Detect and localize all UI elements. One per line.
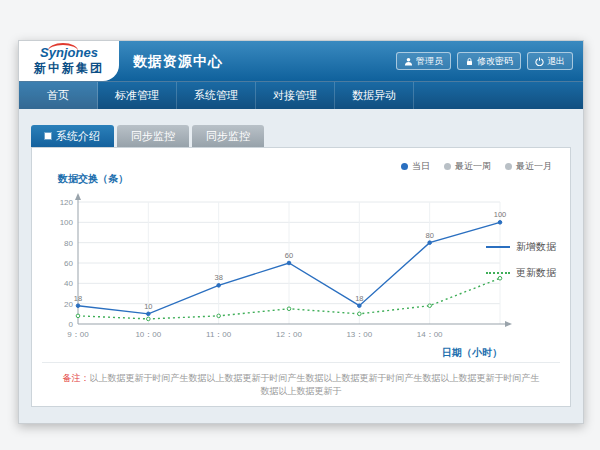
svg-text:18: 18 <box>74 294 82 303</box>
svg-text:18: 18 <box>355 294 363 303</box>
tab-sync-monitor-1-label: 同步监控 <box>131 125 175 147</box>
app-window: Synjones 新中新集团 数据资源中心 管理员 修改密码 <box>18 40 584 424</box>
remark-text: 备注：以上数据更新于时间产生数据以上数据更新于时间产生数据以上数据更新于时间产生… <box>32 372 570 398</box>
main-nav: 首页 标准管理 系统管理 对接管理 数据异动 <box>19 81 583 109</box>
svg-text:100: 100 <box>494 210 507 219</box>
svg-text:38: 38 <box>214 273 222 282</box>
nav-item-home[interactable]: 首页 <box>19 82 98 109</box>
legend-today[interactable]: 当日 <box>401 160 430 173</box>
logout-button-label: 退出 <box>547 55 565 68</box>
series-legend: 新增数据 更新数据 <box>486 240 556 292</box>
logo-text-en: Synjones <box>40 46 98 59</box>
svg-text:60: 60 <box>64 259 73 268</box>
series-legend-new-data[interactable]: 新增数据 <box>486 240 556 254</box>
legend-today-dot-icon <box>401 163 408 170</box>
green-dotted-line-sample-icon <box>486 272 510 274</box>
app-header: Synjones 新中新集团 数据资源中心 管理员 修改密码 <box>19 41 583 81</box>
change-password-button[interactable]: 修改密码 <box>457 52 521 70</box>
svg-text:10：00: 10：00 <box>135 330 161 339</box>
change-password-button-label: 修改密码 <box>477 55 513 68</box>
svg-text:60: 60 <box>285 251 293 260</box>
series-new-data-label: 新增数据 <box>516 240 556 254</box>
admin-button-label: 管理员 <box>416 55 443 68</box>
legend-last-month-label: 最近一月 <box>516 160 552 173</box>
tab-sync-monitor-2[interactable]: 同步监控 <box>192 125 264 147</box>
x-axis-label: 日期（小时） <box>32 346 502 360</box>
nav-item-standard-mgmt[interactable]: 标准管理 <box>98 82 177 109</box>
content-area: 系统介绍 同步监控 同步监控 当日 最近一周 <box>19 109 583 423</box>
svg-text:11：00: 11：00 <box>206 330 232 339</box>
y-axis-label: 数据交换（条） <box>58 172 128 186</box>
nav-item-system-mgmt[interactable]: 系统管理 <box>177 82 256 109</box>
legend-last-week[interactable]: 最近一周 <box>444 160 491 173</box>
svg-text:80: 80 <box>64 239 73 248</box>
blue-line-sample-icon <box>486 246 510 248</box>
svg-text:20: 20 <box>64 300 73 309</box>
svg-text:0: 0 <box>69 320 74 329</box>
svg-text:12：00: 12：00 <box>276 330 302 339</box>
remark-body: 以上数据更新于时间产生数据以上数据更新于时间产生数据以上数据更新于时间产生数据以… <box>90 373 540 396</box>
logo-text-cn: 新中新集团 <box>34 60 104 77</box>
data-exchange-line-chart: 0204060801001209：0010：0011：0012：0013：001… <box>46 190 516 350</box>
svg-text:14：00: 14：00 <box>417 330 443 339</box>
company-logo: Synjones 新中新集团 <box>19 41 119 81</box>
time-range-legend: 当日 最近一周 最近一月 <box>401 160 552 173</box>
svg-text:120: 120 <box>60 198 74 207</box>
svg-text:10: 10 <box>144 302 152 311</box>
logout-button[interactable]: 退出 <box>527 52 573 70</box>
user-icon <box>404 57 413 66</box>
legend-last-week-dot-icon <box>444 163 451 170</box>
svg-text:100: 100 <box>60 218 74 227</box>
svg-text:80: 80 <box>425 231 433 240</box>
tab-sync-monitor-1[interactable]: 同步监控 <box>117 125 189 147</box>
series-legend-update-data[interactable]: 更新数据 <box>486 266 556 280</box>
lock-icon <box>465 57 474 66</box>
remark-label: 备注： <box>63 373 90 383</box>
admin-button[interactable]: 管理员 <box>396 52 451 70</box>
tab-grid-icon <box>45 133 51 139</box>
nav-item-data-change[interactable]: 数据异动 <box>335 82 414 109</box>
legend-last-month[interactable]: 最近一月 <box>505 160 552 173</box>
chart-panel: 当日 最近一周 最近一月 数据交换（条） 0204060801001209：00… <box>31 147 571 407</box>
tab-sync-monitor-2-label: 同步监控 <box>206 125 250 147</box>
legend-last-week-label: 最近一周 <box>455 160 491 173</box>
header-actions: 管理员 修改密码 退出 <box>396 52 573 70</box>
legend-last-month-dot-icon <box>505 163 512 170</box>
svg-text:9：00: 9：00 <box>67 330 89 339</box>
tab-system-intro-label: 系统介绍 <box>56 125 100 147</box>
tab-bar: 系统介绍 同步监控 同步监控 <box>31 125 571 147</box>
panel-divider <box>42 362 560 363</box>
legend-today-label: 当日 <box>412 160 430 173</box>
series-update-data-label: 更新数据 <box>516 266 556 280</box>
svg-text:13：00: 13：00 <box>346 330 372 339</box>
tab-system-intro[interactable]: 系统介绍 <box>31 125 114 147</box>
page-title: 数据资源中心 <box>133 41 223 81</box>
nav-item-docking-mgmt[interactable]: 对接管理 <box>256 82 335 109</box>
svg-text:40: 40 <box>64 279 73 288</box>
power-icon <box>535 57 544 66</box>
